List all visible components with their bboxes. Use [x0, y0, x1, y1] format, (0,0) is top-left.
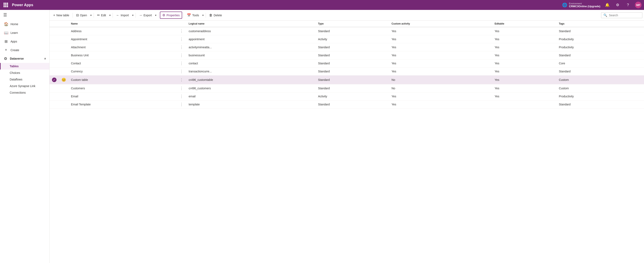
context-menu-icon[interactable]: ⋮ [180, 94, 184, 98]
row-context-menu[interactable]: ⋮ [177, 43, 186, 51]
sidebar-item-apps[interactable]: ⊞ Apps [0, 37, 49, 46]
notifications-button[interactable]: 🔔 [604, 2, 610, 8]
properties-button[interactable]: ⚙ Properties [160, 12, 182, 19]
row-custom-activity: Yes [389, 100, 492, 108]
table-row[interactable]: Attachment⋮activitymimeatta...StandardYe… [50, 43, 644, 51]
table-row[interactable]: Appointment⋮appointmentActivityYesYesPro… [50, 35, 644, 43]
apps-menu-button[interactable] [2, 2, 9, 8]
divider-5 [158, 13, 159, 18]
context-menu-icon[interactable]: ⋮ [180, 53, 184, 57]
context-menu-icon[interactable]: ⋮ [180, 102, 184, 106]
row-context-menu[interactable]: ⋮ [177, 100, 186, 108]
row-context-menu[interactable]: ⋮ [177, 35, 186, 43]
row-custom-activity: No [389, 76, 492, 84]
search-input[interactable] [609, 14, 640, 17]
context-menu-icon[interactable]: ⋮ [180, 61, 184, 66]
row-tags: Standard [556, 51, 644, 60]
tools-button[interactable]: 📅 Tools [185, 12, 201, 18]
main-layout: ☰ 🏠 Home 📖 Learn ⊞ Apps + Create ⊙ Datav… [0, 10, 644, 263]
context-menu-icon[interactable]: ⋮ [180, 69, 184, 74]
sidebar-item-azure-synapse[interactable]: Azure Synapse Link [0, 83, 49, 89]
table-row[interactable]: Email⋮emailActivityYesYesProductivity [50, 92, 644, 100]
sidebar-item-dataflows[interactable]: Dataflows [0, 76, 49, 83]
table-row[interactable]: Customers⋮cr496_customersStandardNoYesCu… [50, 84, 644, 92]
edit-label: Edit [101, 14, 106, 17]
row-tags: Standard [556, 27, 644, 35]
sidebar-collapse-button[interactable]: ☰ [0, 10, 49, 20]
table-row[interactable]: Email Template⋮templateStandardYesStanda… [50, 100, 644, 108]
row-emoji-cell [59, 68, 68, 76]
delete-icon: 🗑 [209, 14, 212, 17]
row-context-menu[interactable]: ⋮ [177, 68, 186, 76]
export-button[interactable]: → Export [137, 12, 154, 18]
home-icon: 🏠 [4, 22, 8, 26]
sidebar-item-dataverse[interactable]: ⊙ Dataverse ∧ [0, 54, 49, 63]
col-dots [177, 21, 186, 27]
context-menu-icon[interactable]: ⋮ [180, 86, 184, 90]
sidebar-item-home[interactable]: 🏠 Home [0, 20, 49, 28]
row-emoji-cell [59, 100, 68, 108]
row-editable: Yes [492, 27, 556, 35]
sidebar-item-create[interactable]: + Create [0, 46, 49, 54]
delete-button[interactable]: 🗑 Delete [207, 12, 224, 18]
row-check-cell [50, 27, 59, 35]
sidebar-item-learn[interactable]: 📖 Learn [0, 28, 49, 37]
row-logical-name: transactioncurre... [186, 68, 316, 76]
table-row[interactable]: Business Unit⋮businessunitStandardYesYes… [50, 51, 644, 60]
context-menu-icon[interactable]: ⋮ [180, 37, 184, 41]
row-check-cell [50, 68, 59, 76]
grid-icon [4, 3, 8, 7]
table-row[interactable]: Contact⋮contactStandardYesYesCore [50, 60, 644, 68]
open-button[interactable]: ⊟ Open [74, 12, 89, 18]
table-row[interactable]: Address⋮customeraddressStandardYesYesSta… [50, 27, 644, 35]
row-name: Currency [68, 68, 177, 76]
topbar: Power Apps 🌐 Environment CRMC3Online (Up… [0, 0, 644, 10]
open-dropdown-button[interactable]: ▾ [90, 12, 92, 18]
sidebar-item-tables[interactable]: Tables [0, 63, 49, 70]
settings-button[interactable]: ⚙ [614, 2, 621, 8]
context-menu-icon[interactable]: ⋮ [180, 45, 184, 49]
import-label: Import [121, 14, 129, 17]
row-type: Standard [316, 100, 389, 108]
row-context-menu[interactable]: ⋮ [177, 76, 186, 84]
delete-label: Delete [214, 14, 222, 17]
user-avatar[interactable]: MP [635, 2, 642, 8]
row-context-menu[interactable]: ⋮ [177, 84, 186, 92]
row-context-menu[interactable]: ⋮ [177, 27, 186, 35]
import-button[interactable]: ← Import [114, 12, 131, 18]
row-custom-activity: Yes [389, 35, 492, 43]
edit-icon: ✏ [97, 13, 100, 17]
edit-dropdown-button[interactable]: ▾ [108, 12, 112, 18]
topbar-right: 🌐 Environment CRMC3Online (Upgrade) 🔔 ⚙ … [562, 2, 642, 8]
help-button[interactable]: ? [624, 2, 631, 8]
context-menu-icon[interactable]: ⋮ [180, 78, 184, 82]
globe-icon: 🌐 [562, 2, 567, 8]
table-row[interactable]: Currency⋮transactioncurre...StandardYesY… [50, 68, 644, 76]
row-context-menu[interactable]: ⋮ [177, 51, 186, 60]
row-name: Address [68, 27, 177, 35]
sidebar-item-connections[interactable]: Connections [0, 89, 49, 96]
new-table-button[interactable]: + New table [51, 12, 71, 18]
open-label: Open [80, 14, 87, 17]
row-tags: Productivity [556, 43, 644, 51]
row-check-cell [50, 100, 59, 108]
row-context-menu[interactable]: ⋮ [177, 92, 186, 100]
row-emoji-cell [59, 92, 68, 100]
new-table-icon: + [53, 14, 55, 17]
sidebar-item-choices[interactable]: Choices [0, 70, 49, 76]
open-icon: ⊟ [76, 13, 79, 17]
import-dropdown-button[interactable]: ▾ [132, 12, 134, 18]
row-type: Standard [316, 51, 389, 60]
export-dropdown-button[interactable]: ▾ [154, 12, 157, 18]
table-row[interactable]: ✓😊Custom table⋮cr496_customtableStandard… [50, 76, 644, 84]
row-context-menu[interactable]: ⋮ [177, 60, 186, 68]
environment-name: CRMC3Online (Upgrade) [569, 5, 600, 8]
edit-button[interactable]: ✏ Edit [95, 12, 108, 18]
table-area: Name Logical name Type Custom activity E… [50, 21, 644, 263]
row-custom-activity: Yes [389, 27, 492, 35]
tools-dropdown-button[interactable]: ▾ [202, 12, 204, 18]
sidebar-sub-label-azure-synapse: Azure Synapse Link [10, 84, 36, 88]
context-menu-icon[interactable]: ⋮ [180, 29, 184, 33]
sidebar-sub-label-connections: Connections [10, 91, 26, 94]
col-header-custom-activity: Custom activity [389, 21, 492, 27]
